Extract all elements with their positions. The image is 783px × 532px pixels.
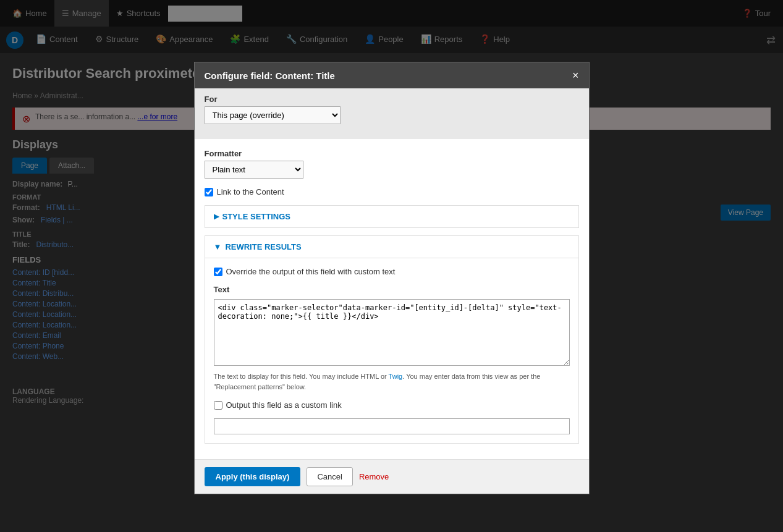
cancel-button[interactable]: Cancel bbox=[307, 467, 352, 486]
modal-body: For This page (override) All displays Fo… bbox=[195, 88, 589, 459]
rewrite-results-toggle[interactable]: ▼ REWRITE RESULTS bbox=[205, 236, 578, 258]
override-checkbox[interactable] bbox=[214, 268, 222, 276]
configure-field-modal: Configure field: Content: Title × For Th… bbox=[194, 62, 590, 494]
twig-link[interactable]: Twig bbox=[389, 373, 403, 380]
text-label: Text bbox=[214, 285, 570, 294]
rewrite-results-arrow: ▼ bbox=[214, 242, 222, 251]
for-row: For This page (override) All displays bbox=[195, 88, 589, 139]
apply-button[interactable]: Apply (this display) bbox=[205, 467, 301, 486]
link-checkbox-label: Link to the Content bbox=[217, 187, 284, 196]
style-settings-section: ▶ STYLE SETTINGS bbox=[205, 205, 579, 228]
for-form-row: For This page (override) All displays bbox=[205, 95, 579, 124]
formatter-select[interactable]: Plain text Label Raw output bbox=[205, 161, 303, 179]
modal-title: Configure field: Content: Title bbox=[205, 70, 335, 81]
remove-button[interactable]: Remove bbox=[359, 468, 389, 486]
formatter-form-row: Formatter Plain text Label Raw output bbox=[205, 149, 579, 179]
modal-footer: Apply (this display) Cancel Remove bbox=[195, 459, 589, 494]
help-text: The text to display for this field. You … bbox=[214, 371, 570, 392]
modal-close-button[interactable]: × bbox=[572, 70, 579, 81]
override-checkbox-label: Override the output of this field with c… bbox=[226, 267, 396, 276]
text-form-row: Text <div class="marker-selector"data-ma… bbox=[214, 285, 570, 392]
rewrite-results-section: ▼ REWRITE RESULTS Override the output of… bbox=[205, 235, 579, 444]
style-settings-label: STYLE SETTINGS bbox=[222, 212, 291, 221]
rewrite-results-label: REWRITE RESULTS bbox=[225, 242, 301, 251]
for-label: For bbox=[205, 95, 579, 104]
override-checkbox-row: Override the output of this field with c… bbox=[214, 267, 570, 276]
rewrite-results-body: Override the output of this field with c… bbox=[205, 258, 578, 443]
link-checkbox[interactable] bbox=[205, 188, 213, 196]
for-select[interactable]: This page (override) All displays bbox=[205, 106, 341, 124]
modal-overlay: Configure field: Content: Title × For Th… bbox=[0, 0, 783, 532]
text-textarea[interactable]: <div class="marker-selector"data-marker-… bbox=[214, 299, 570, 366]
style-settings-toggle[interactable]: ▶ STYLE SETTINGS bbox=[205, 206, 578, 227]
custom-link-checkbox-row: Output this field as a custom link bbox=[214, 400, 570, 410]
custom-link-checkbox-label: Output this field as a custom link bbox=[226, 400, 342, 410]
custom-link-input[interactable] bbox=[214, 418, 570, 434]
style-settings-arrow: ▶ bbox=[214, 213, 219, 221]
link-checkbox-row: Link to the Content bbox=[205, 187, 579, 196]
formatter-label: Formatter bbox=[205, 149, 579, 158]
custom-link-checkbox[interactable] bbox=[214, 401, 222, 410]
modal-header: Configure field: Content: Title × bbox=[195, 62, 589, 88]
